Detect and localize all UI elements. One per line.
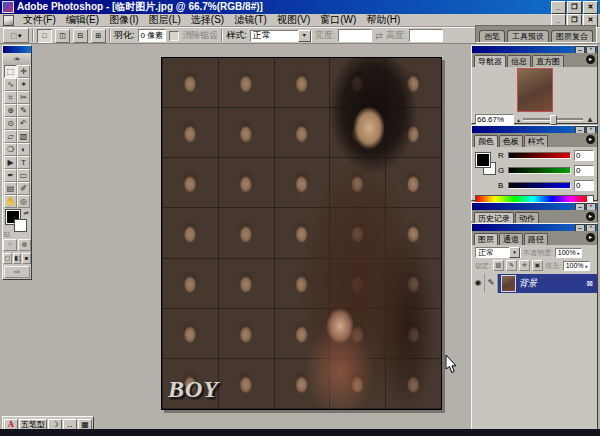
- brush-tool[interactable]: ✎: [17, 104, 30, 117]
- slice-tool[interactable]: ✂: [17, 91, 30, 104]
- tab-color[interactable]: 颜色: [474, 135, 498, 147]
- slider-thumb[interactable]: [550, 115, 557, 125]
- gradient-tool[interactable]: ▧: [17, 130, 30, 143]
- tab-paths[interactable]: 路径: [524, 233, 548, 245]
- navigator-thumbnail[interactable]: [517, 68, 553, 112]
- menu-help[interactable]: 帮助(H): [361, 13, 405, 27]
- tab-channels[interactable]: 通道: [499, 233, 523, 245]
- fullscreen-menubar-button[interactable]: ◧: [13, 253, 22, 264]
- layer-row-background[interactable]: ◉ ✎ 背景 ⊠: [472, 274, 597, 293]
- rectangular-marquee-tool[interactable]: ⬚: [4, 65, 17, 78]
- rectangle-tool[interactable]: ▭: [17, 169, 30, 182]
- zoom-in-icon[interactable]: ▲: [586, 115, 594, 124]
- menu-image[interactable]: 图像(I): [104, 13, 143, 27]
- red-value-field[interactable]: 0: [574, 150, 594, 161]
- tab-info[interactable]: 信息: [507, 55, 531, 67]
- zoom-out-icon[interactable]: ▴: [517, 116, 520, 123]
- blue-slider[interactable]: [508, 182, 571, 189]
- background-color-swatch[interactable]: [14, 219, 27, 232]
- lock-position-button[interactable]: ✛: [519, 260, 530, 271]
- default-colors-icon[interactable]: ◱: [4, 231, 10, 237]
- opacity-field[interactable]: 100% ▸: [555, 248, 582, 258]
- minimize-button[interactable]: _: [551, 1, 566, 14]
- menu-view[interactable]: 视图(V): [272, 13, 315, 27]
- standard-screen-button[interactable]: ▢: [3, 253, 12, 264]
- panel-titlebar[interactable]: ▁ ✕: [472, 224, 597, 231]
- tab-histogram[interactable]: 直方图: [532, 55, 564, 67]
- green-value-field[interactable]: 0: [574, 165, 594, 176]
- layer-thumbnail[interactable]: [501, 275, 516, 292]
- foreground-color-swatch[interactable]: [476, 153, 490, 167]
- panel-titlebar[interactable]: ▁ ✕: [472, 126, 597, 133]
- fill-field[interactable]: 100% ▸: [563, 261, 590, 271]
- tab-layer-comps[interactable]: 图层复合: [551, 30, 593, 42]
- magic-wand-tool[interactable]: ✶: [17, 78, 30, 91]
- menu-layer[interactable]: 图层(L): [144, 13, 186, 27]
- fullscreen-button[interactable]: ■: [22, 253, 31, 264]
- panel-titlebar[interactable]: ▁ ✕: [472, 203, 597, 210]
- toolbox-titlebar[interactable]: [3, 46, 31, 53]
- panel-menu-button[interactable]: ▸: [586, 135, 595, 144]
- lasso-tool[interactable]: ∿: [4, 78, 17, 91]
- blend-mode-dropdown[interactable]: 正常 ▾: [475, 247, 521, 258]
- jump-to-imageready-button[interactable]: ⇨: [4, 266, 30, 278]
- menu-select[interactable]: 选择(S): [186, 13, 229, 27]
- menu-file[interactable]: 文件(F): [18, 13, 61, 27]
- panel-menu-button[interactable]: ▸: [586, 55, 595, 64]
- quick-mask-mode-button[interactable]: ◍: [18, 239, 32, 251]
- notes-tool[interactable]: ▤: [4, 182, 17, 195]
- panel-titlebar[interactable]: ▁ ✕: [472, 46, 597, 53]
- tab-navigator[interactable]: 导航器: [474, 55, 506, 67]
- tab-styles[interactable]: 样式: [524, 135, 548, 147]
- feather-input[interactable]: 0 像素: [138, 29, 167, 42]
- selection-intersect-button[interactable]: ⊞: [91, 29, 106, 43]
- panel-menu-button[interactable]: ▸: [586, 233, 595, 242]
- lock-image-button[interactable]: ✎: [506, 260, 517, 271]
- standard-mode-button[interactable]: ○: [3, 239, 17, 251]
- eyedropper-tool[interactable]: ✐: [17, 182, 30, 195]
- tab-swatches[interactable]: 色板: [499, 135, 523, 147]
- tab-tool-presets[interactable]: 工具预设: [507, 30, 549, 42]
- restore-button[interactable]: ❐: [567, 1, 582, 14]
- crop-tool[interactable]: ⌗: [4, 91, 17, 104]
- title-bar[interactable]: Adobe Photoshop - [临时图片.jpg @ 66.7%(RGB/…: [0, 0, 600, 14]
- width-input[interactable]: [338, 29, 372, 42]
- close-button[interactable]: ✕: [583, 1, 598, 14]
- canvas-image[interactable]: BOY: [161, 57, 442, 410]
- clone-stamp-tool[interactable]: ⊙: [4, 117, 17, 130]
- document-icon[interactable]: [3, 15, 14, 26]
- type-tool[interactable]: T: [17, 156, 30, 169]
- pen-tool[interactable]: ✒: [4, 169, 17, 182]
- zoom-tool[interactable]: ◎: [17, 195, 30, 208]
- healing-brush-tool[interactable]: ⊕: [4, 104, 17, 117]
- menu-window[interactable]: 窗口(W): [315, 13, 361, 27]
- blue-value-field[interactable]: 0: [574, 180, 594, 191]
- move-tool[interactable]: ✛: [17, 65, 30, 78]
- spinner-arrow-icon[interactable]: ▸: [577, 250, 581, 256]
- dodge-tool[interactable]: ◐: [17, 143, 30, 156]
- tab-layers[interactable]: 图层: [474, 233, 498, 245]
- selection-add-button[interactable]: ◫: [55, 29, 70, 43]
- selection-subtract-button[interactable]: ⊟: [73, 29, 88, 43]
- red-slider[interactable]: [508, 152, 571, 159]
- tool-preset-picker[interactable]: ⬚ ▾: [3, 28, 29, 43]
- history-brush-tool[interactable]: ↶: [17, 117, 30, 130]
- layer-visibility-eye-icon[interactable]: ◉: [472, 274, 485, 293]
- eraser-tool[interactable]: ▱: [4, 130, 17, 143]
- panel-menu-button[interactable]: ▸: [586, 212, 595, 221]
- green-slider[interactable]: [508, 167, 571, 174]
- swap-dimensions-icon[interactable]: ⇄: [375, 31, 383, 41]
- navigator-zoom-slider[interactable]: [523, 118, 583, 121]
- antialias-checkbox[interactable]: [169, 31, 179, 41]
- lock-transparency-button[interactable]: ▨: [493, 260, 504, 271]
- hand-tool[interactable]: ✋: [4, 195, 17, 208]
- swap-colors-icon[interactable]: ⇄: [24, 210, 29, 216]
- selection-new-button[interactable]: □: [37, 29, 52, 43]
- path-selection-tool[interactable]: ▶: [4, 156, 17, 169]
- tab-brushes[interactable]: 画笔: [479, 30, 505, 42]
- navigator-zoom-field[interactable]: 66.67%: [475, 114, 514, 125]
- layer-name[interactable]: 背景: [519, 277, 586, 290]
- menu-filter[interactable]: 滤镜(T): [229, 13, 272, 27]
- height-input[interactable]: [409, 29, 443, 42]
- style-dropdown[interactable]: 正常 ▾: [250, 30, 312, 42]
